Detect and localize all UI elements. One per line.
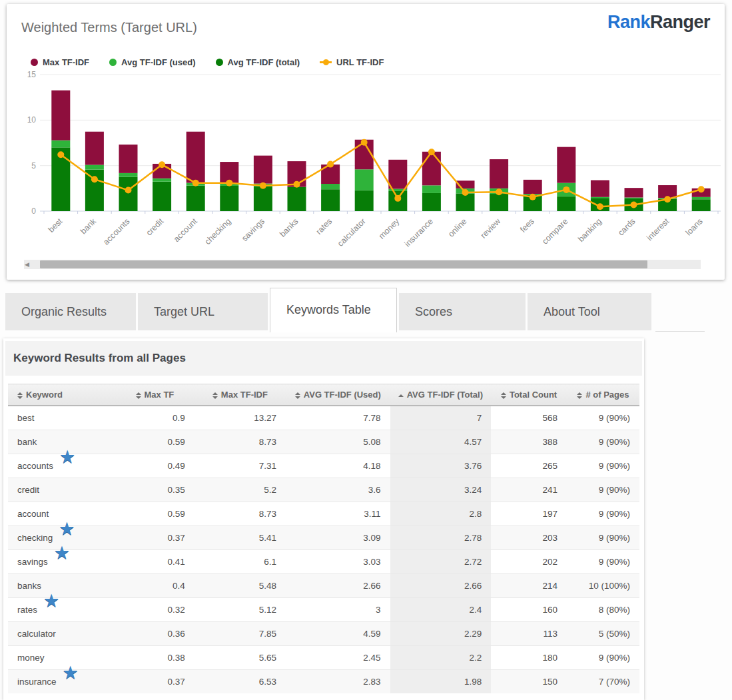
url-tfidf-point bbox=[159, 161, 165, 168]
avg-used-cell: 4.59 bbox=[286, 622, 390, 646]
max-tf-cell: 0.59 bbox=[115, 502, 194, 526]
avg-used-cell: 2.45 bbox=[286, 646, 390, 670]
avg-total-cell: 7 bbox=[390, 406, 492, 430]
avg-total-cell: 3.76 bbox=[390, 454, 492, 478]
tab-about-tool[interactable]: About Tool bbox=[528, 293, 651, 330]
legend-item[interactable]: URL TF-IDF bbox=[320, 57, 384, 67]
max-tfidf-cell: 8.73 bbox=[194, 502, 286, 526]
avg-total-cell: 2.66 bbox=[390, 574, 492, 598]
keyword-label: money bbox=[17, 653, 45, 663]
url-tfidf-point bbox=[631, 201, 637, 208]
pages-cell: 7 (70%) bbox=[567, 670, 639, 694]
pages-cell: 9 (90%) bbox=[567, 454, 639, 478]
maroon-dot-icon bbox=[31, 59, 38, 66]
star-icon[interactable]: ★ bbox=[59, 447, 75, 467]
url-tfidf-point bbox=[698, 186, 705, 192]
tab-target-url[interactable]: Target URL bbox=[138, 293, 268, 330]
bar-max-tfidf bbox=[186, 132, 205, 183]
table-row[interactable]: calculator0.367.854.592.291135 (50%) bbox=[8, 622, 639, 646]
x-axis-label: money bbox=[377, 216, 402, 241]
column-label: Max TF bbox=[145, 390, 175, 400]
table-row[interactable]: money0.385.652.452.21809 (90%) bbox=[8, 646, 639, 670]
column-header-total-count[interactable]: Total Count bbox=[491, 384, 567, 406]
pages-cell: 5 (50%) bbox=[567, 622, 639, 646]
max-tf-cell: 0.36 bbox=[115, 622, 194, 646]
scroll-left-arrow-icon[interactable]: ◀ bbox=[25, 260, 29, 268]
x-axis-label: calculator bbox=[336, 216, 368, 248]
avg-total-cell: 2.72 bbox=[390, 550, 492, 574]
table-row[interactable]: best0.913.277.7875689 (90%) bbox=[8, 406, 639, 430]
table-row[interactable]: rates★0.325.1232.41608 (80%) bbox=[8, 598, 639, 622]
avg-total-cell: 3.24 bbox=[390, 478, 492, 502]
keyword-cell: banks bbox=[8, 574, 115, 598]
keyword-cell: rates★ bbox=[8, 598, 115, 622]
keyword-label: bank bbox=[17, 437, 37, 447]
column-header-avg-tf-idf-used-[interactable]: AVG TF-IDF (Used) bbox=[286, 384, 390, 406]
keyword-cell: best bbox=[8, 406, 115, 430]
bar-avg-total bbox=[321, 189, 340, 211]
max-tf-cell: 0.49 bbox=[115, 454, 194, 478]
keyword-label: checking bbox=[17, 533, 53, 543]
pages-cell: 9 (90%) bbox=[567, 430, 639, 454]
table-row[interactable]: checking★0.375.413.092.782039 (90%) bbox=[8, 526, 639, 550]
column-header-keyword[interactable]: Keyword bbox=[8, 384, 115, 406]
keyword-label: credit bbox=[17, 485, 39, 495]
total-count-cell: 214 bbox=[491, 574, 567, 598]
tab-organic-results[interactable]: Organic Results bbox=[5, 293, 136, 330]
url-tfidf-point bbox=[192, 180, 199, 186]
table-row[interactable]: accounts★0.497.314.183.762659 (90%) bbox=[8, 454, 639, 478]
total-count-cell: 203 bbox=[491, 526, 567, 550]
column-header-avg-tf-idf-total-[interactable]: AVG TF-IDF (Total) bbox=[390, 384, 492, 406]
avg-used-cell: 5.08 bbox=[286, 430, 390, 454]
tab-scores[interactable]: Scores bbox=[399, 293, 526, 330]
url-tfidf-point bbox=[361, 139, 368, 146]
table-row[interactable]: savings★0.416.13.032.722029 (90%) bbox=[8, 550, 639, 574]
tab-bar-underline bbox=[655, 331, 705, 332]
avg-used-cell: 3.6 bbox=[286, 478, 390, 502]
bar-avg-used bbox=[119, 173, 138, 177]
total-count-cell: 241 bbox=[491, 478, 567, 502]
legend-item[interactable]: Avg TF-IDF (total) bbox=[216, 57, 300, 67]
avg-used-cell: 3 bbox=[286, 598, 390, 622]
max-tfidf-cell: 5.2 bbox=[194, 478, 286, 502]
legend-item[interactable]: Max TF-IDF bbox=[31, 57, 89, 67]
pages-cell: 8 (80%) bbox=[567, 598, 639, 622]
table-row[interactable]: account0.598.733.112.81979 (90%) bbox=[8, 502, 639, 526]
table-row[interactable]: credit0.355.23.63.242419 (90%) bbox=[8, 478, 639, 502]
star-icon[interactable]: ★ bbox=[43, 591, 59, 611]
keyword-label: calculator bbox=[17, 629, 56, 639]
scrollbar-thumb[interactable] bbox=[40, 260, 647, 268]
bar-avg-total bbox=[456, 193, 475, 211]
column-header--of-pages[interactable]: # of Pages bbox=[567, 384, 639, 406]
max-tf-cell: 0.4 bbox=[115, 574, 194, 598]
star-icon[interactable]: ★ bbox=[59, 519, 75, 539]
max-tf-cell: 0.9 bbox=[115, 406, 194, 430]
bar-avg-total bbox=[422, 193, 441, 211]
orange-line-dot-icon bbox=[320, 61, 332, 63]
bar-avg-total bbox=[288, 187, 306, 211]
keyword-label: account bbox=[17, 509, 49, 519]
chart-plot-area: 051015bestbankaccountscreditaccountcheck… bbox=[11, 68, 723, 268]
keyword-cell: accounts★ bbox=[8, 454, 115, 478]
table-row[interactable]: banks0.45.482.662.6621410 (100%) bbox=[8, 574, 639, 598]
column-header-max-tf[interactable]: Max TF bbox=[115, 384, 194, 406]
table-row[interactable]: bank0.598.735.084.573889 (90%) bbox=[8, 430, 639, 454]
max-tfidf-cell: 5.12 bbox=[194, 598, 286, 622]
chart-legend: Max TF-IDFAvg TF-IDF (used)Avg TF-IDF (t… bbox=[31, 57, 384, 67]
dark-green-dot-icon bbox=[216, 59, 223, 66]
max-tf-cell: 0.37 bbox=[115, 670, 194, 694]
max-tf-cell: 0.37 bbox=[115, 526, 194, 550]
star-icon[interactable]: ★ bbox=[63, 663, 79, 683]
keyword-cell: insurance★ bbox=[8, 670, 115, 694]
column-header-max-tf-idf[interactable]: Max TF-IDF bbox=[194, 384, 286, 406]
chart-horizontal-scrollbar[interactable]: ◀ bbox=[24, 260, 701, 269]
bar-max-tfidf bbox=[119, 145, 138, 173]
column-label: Keyword bbox=[26, 390, 63, 400]
bar-avg-total bbox=[692, 199, 711, 211]
table-row[interactable]: insurance★0.376.532.831.981507 (70%) bbox=[8, 670, 639, 694]
total-count-cell: 113 bbox=[491, 622, 567, 646]
star-icon[interactable]: ★ bbox=[54, 543, 70, 563]
tab-keywords-table[interactable]: Keywords Table bbox=[270, 288, 397, 332]
avg-total-cell: 2.8 bbox=[390, 502, 492, 526]
legend-item[interactable]: Avg TF-IDF (used) bbox=[109, 57, 195, 67]
